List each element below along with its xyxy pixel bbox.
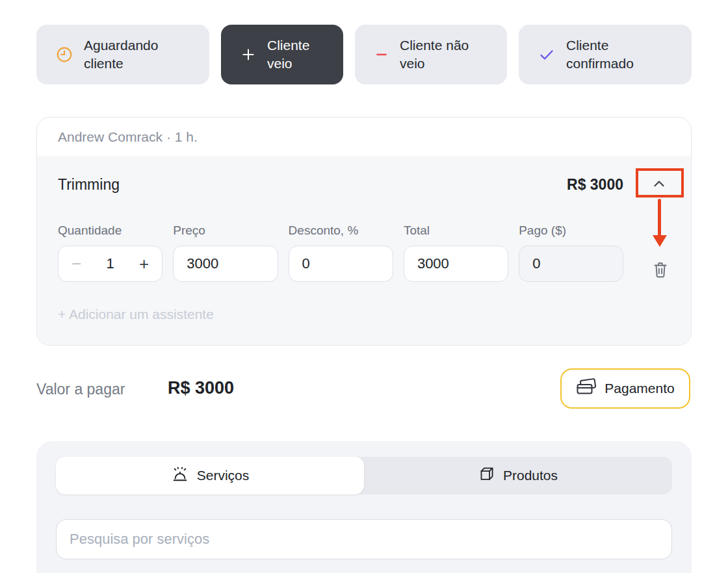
paid-field: Pago ($) xyxy=(519,223,623,282)
add-assistant-button[interactable]: + Adicionar um assistente xyxy=(58,307,214,322)
total-input[interactable] xyxy=(404,246,508,282)
price-field: Preço xyxy=(173,223,278,282)
amount-due-value: R$ 3000 xyxy=(168,378,234,398)
trash-icon xyxy=(652,261,669,281)
price-input[interactable] xyxy=(173,246,278,282)
discount-label: Desconto, % xyxy=(289,223,393,238)
payment-button-label: Pagamento xyxy=(604,381,674,396)
amount-due-label: Valor a pagar xyxy=(36,381,125,398)
delete-service-button[interactable] xyxy=(651,260,670,281)
price-label: Preço xyxy=(173,223,278,238)
status-chip-label: Cliente confirmado xyxy=(566,36,680,72)
service-row: Trimming R$ 3000 xyxy=(58,156,670,199)
service-name: Trimming xyxy=(58,176,567,194)
collapse-service-button[interactable] xyxy=(635,170,683,199)
search-wrap xyxy=(56,519,672,559)
status-chip-aguardando-cliente[interactable]: Aguardando cliente xyxy=(36,25,209,84)
service-section: Trimming R$ 3000 Quantidade − 1 + xyxy=(37,156,691,345)
plus-icon xyxy=(240,47,256,62)
service-price: R$ 3000 xyxy=(567,176,623,194)
status-chip-label: Cliente veio xyxy=(267,36,332,72)
quantity-value: 1 xyxy=(107,255,114,272)
status-chip-cliente-confirmado[interactable]: Cliente confirmado xyxy=(519,25,692,84)
payment-button[interactable]: Pagamento xyxy=(560,368,690,409)
tab-produtos[interactable]: Produtos xyxy=(364,457,672,494)
appointment-card: Andrew Comrack · 1 h. Trimming R$ 3000 Q… xyxy=(36,117,692,346)
service-fields: Quantidade − 1 + Preço Desconto, % Total xyxy=(58,223,670,282)
status-chip-cliente-veio[interactable]: Cliente veio xyxy=(221,25,343,84)
status-chip-label: Cliente não veio xyxy=(400,36,495,72)
clock-icon xyxy=(56,46,73,63)
quantity-decrease-button[interactable]: − xyxy=(72,255,81,272)
status-chip-label: Aguardando cliente xyxy=(84,36,198,72)
check-icon xyxy=(538,46,555,63)
client-line: Andrew Comrack · 1 h. xyxy=(37,118,691,156)
discount-input[interactable] xyxy=(289,246,393,282)
tab-servicos-label: Serviços xyxy=(197,468,250,483)
tab-servicos[interactable]: Serviços xyxy=(56,457,364,494)
total-label: Total xyxy=(404,223,508,238)
quantity-field: Quantidade − 1 + xyxy=(58,223,162,282)
catalog-panel: Serviços Produtos xyxy=(36,441,692,573)
paid-label: Pago ($) xyxy=(519,223,623,238)
status-chip-cliente-nao-veio[interactable]: Cliente não veio xyxy=(355,25,507,84)
total-field: Total xyxy=(404,223,508,282)
cube-icon xyxy=(478,466,495,486)
catalog-tabs: Serviços Produtos xyxy=(56,457,672,494)
discount-field: Desconto, % xyxy=(289,223,393,282)
service-bell-icon xyxy=(171,466,189,486)
service-search-input[interactable] xyxy=(56,519,672,559)
paid-input[interactable] xyxy=(519,246,623,282)
minus-icon xyxy=(374,47,389,62)
quantity-label: Quantidade xyxy=(58,223,162,238)
quantity-stepper: − 1 + xyxy=(58,246,162,282)
quantity-increase-button[interactable]: + xyxy=(139,255,149,272)
chevron-up-icon xyxy=(650,175,668,195)
status-bar: Aguardando cliente Cliente veio Cliente … xyxy=(36,25,692,84)
banknotes-icon xyxy=(576,378,597,399)
tab-produtos-label: Produtos xyxy=(503,468,558,483)
